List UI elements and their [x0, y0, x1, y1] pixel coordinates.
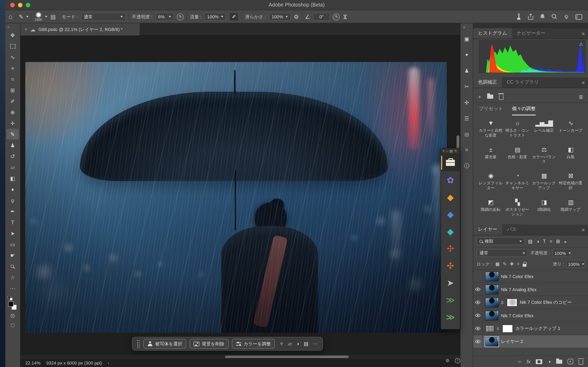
toggle-brush-settings-icon[interactable]: ▤ [50, 14, 56, 20]
blend-mode-select[interactable]: 通常 [81, 13, 126, 21]
adjustment-item-12[interactable]: ⊠特定色域の選択 [557, 172, 584, 195]
collapsed-panel-info[interactable]: ⓘ [462, 161, 472, 170]
collapsed-panel-crop[interactable]: ✂ [462, 82, 472, 91]
discover-lightbulb-icon[interactable] [563, 13, 570, 20]
gear-icon[interactable]: ⚙ [294, 14, 299, 20]
adjustment-item-13[interactable]: ◩階調の反転 [477, 198, 504, 221]
layer-opacity-input[interactable]: 100% [553, 249, 571, 257]
adjustment-item-10[interactable]: ◔チャンネルミキサー [504, 172, 531, 195]
screen-mode-icon[interactable]: □ [11, 322, 14, 328]
tab-cc-libraries[interactable]: CC ライブラリ [502, 77, 544, 88]
panel-menu-icon[interactable]: ≡ [579, 80, 588, 88]
nik-viveza[interactable]: ✣ [441, 240, 460, 257]
collapsed-panel-brushes[interactable]: ✦ [462, 50, 472, 59]
adjustment-item-5[interactable]: ±露光量 [477, 146, 504, 169]
add-layer-mask-icon[interactable] [536, 359, 542, 364]
workspace-icon[interactable] [575, 14, 582, 20]
context-button-3[interactable]: カラーを調整 [232, 339, 275, 349]
default-colors-icon[interactable] [10, 298, 13, 300]
tool-clone-stamp[interactable]: ♟ [7, 140, 19, 150]
nik-minimize-icon[interactable]: – [446, 149, 448, 153]
nik-hdr-efex[interactable]: ✣ [441, 257, 460, 274]
delete-icon[interactable] [499, 95, 503, 100]
adjustment-item-14[interactable]: ▚ポスタリゼーション [504, 198, 531, 221]
collapse-tools-icon[interactable]: » [5, 23, 9, 30]
new-group-folder-icon[interactable] [487, 95, 493, 99]
nik-silver-efex[interactable]: ◆ [441, 223, 460, 240]
share-icon[interactable] [527, 13, 534, 20]
brush-angle-input[interactable]: 0° [313, 13, 330, 21]
subtab-presets[interactable]: プリセット [479, 106, 503, 115]
tool-frame[interactable]: ⊞ [7, 85, 19, 95]
home-icon[interactable]: ⌂ [9, 13, 12, 20]
visibility-toggle[interactable] [473, 283, 483, 296]
collapsed-panel-properties[interactable]: ☰ [462, 114, 472, 123]
tool-rectangular-marquee[interactable] [7, 41, 19, 51]
link-layers-icon[interactable]: ∞ [518, 359, 521, 364]
delete-layer-icon[interactable] [579, 360, 583, 365]
brush-tool-preset-icon[interactable]: ✎ [18, 14, 23, 20]
tool-blur[interactable]: ♦ [7, 184, 19, 194]
tool-lasso[interactable]: ∿ [7, 52, 19, 62]
layer-row[interactable]: ∞Nik 7 Color Efex のコピー [473, 296, 588, 309]
document-tab[interactable]: × ☁ G88.psdc @ 22.1% (レイヤー 2, RGB/8) * [20, 23, 140, 35]
layer-fill-input[interactable]: 100% [566, 260, 585, 268]
nik-color-efex[interactable]: ◆ [441, 188, 460, 206]
chevron-down-icon[interactable] [26, 16, 29, 17]
chevron-down-icon[interactable] [45, 16, 47, 17]
new-adjustment-layer-icon[interactable]: ◑ [548, 359, 551, 364]
tool-remove[interactable]: ✛ [7, 118, 19, 128]
nik-close-icon[interactable]: × [443, 149, 444, 153]
foreground-color-swatch[interactable] [8, 301, 13, 307]
tab-adjustments[interactable]: 色調補正 [473, 77, 502, 88]
layer-blend-mode-select[interactable]: 通常 [476, 249, 528, 257]
adjustments-shortcut-icon[interactable]: ◑ [296, 341, 299, 347]
adjustment-item-8[interactable]: ◧白黒 [557, 146, 584, 169]
adjustment-item-2[interactable]: ☼明るさ・コントラスト [504, 119, 531, 142]
tool-history-brush[interactable]: ↺ [7, 151, 19, 161]
transform-icon[interactable]: ▱ [288, 341, 292, 347]
tool-rectangle-shape[interactable]: ▭ [7, 239, 19, 250]
filter-pixel-layers-icon[interactable]: ▨ [528, 238, 533, 244]
nik-sync-icon[interactable]: ↻ [454, 149, 457, 153]
tool-custom-shape[interactable]: ☆ [7, 272, 19, 283]
adjustment-item-11[interactable]: ▦カラールックアップ [531, 172, 557, 195]
nik-output-sharpener[interactable]: ≫ [441, 291, 460, 308]
pressure-size-icon[interactable]: ✎ [333, 13, 340, 20]
tool-dodge[interactable]: ϙ [7, 195, 19, 206]
list-view-icon[interactable]: ≣ [579, 94, 583, 100]
pressure-opacity-icon[interactable]: ✎ [177, 13, 184, 20]
tool-gradient[interactable]: ◧ [7, 173, 19, 184]
generative-fill-sparkle-icon[interactable]: ✧ [279, 341, 284, 347]
subtab-single-adjustments[interactable]: 個々の調整 [512, 106, 536, 115]
panel-menu-icon[interactable]: ≡ [579, 227, 588, 235]
tool-crop[interactable]: ⌗ [7, 74, 19, 84]
context-button-1[interactable]: 被写体を選択 [143, 339, 186, 349]
tool-hand[interactable]: ☛ [7, 250, 19, 261]
tool-path-selection[interactable]: ➤ [7, 228, 19, 239]
collapsed-panel-swatches[interactable]: ▣ [462, 34, 472, 43]
nik-dfine[interactable]: ✿ [441, 171, 460, 188]
filter-shape-layers-icon[interactable]: ⌗ [550, 238, 553, 244]
lock-artboard-icon[interactable]: ⌗ [517, 261, 519, 267]
help-icon[interactable]: ? [455, 358, 460, 363]
flow-input[interactable]: 100% [204, 13, 226, 21]
tool-eraser[interactable]: ▱ [7, 162, 19, 173]
airbrush-toggle[interactable]: ✐ [229, 12, 239, 21]
paint-symmetry-icon[interactable]: ⋈ [343, 14, 348, 19]
more-options-icon[interactable]: ⋯ [313, 341, 318, 347]
adjustment-item-9[interactable]: ◉レンズフィルター [477, 172, 504, 195]
nik-collection-home[interactable] [441, 154, 460, 171]
tab-paths[interactable]: パス [502, 224, 522, 235]
beta-flask-icon[interactable] [516, 13, 522, 20]
adjustment-item-16[interactable]: ▥階調マップ [557, 198, 584, 221]
filter-type-layers-icon[interactable]: T [543, 238, 546, 244]
context-button-2[interactable]: 背景を削除 [190, 339, 229, 349]
filter-artboards-icon[interactable]: ◒ [564, 238, 567, 244]
horizontal-scrollbar[interactable] [20, 355, 460, 359]
tool-edit-toolbar[interactable]: ⋯ [7, 283, 19, 294]
adjustment-item-15[interactable]: ◨2階調化 [531, 198, 557, 221]
lock-position-icon[interactable]: ✥ [510, 261, 513, 267]
clipping-warning-icon[interactable]: ⚠ [579, 42, 583, 47]
tool-type[interactable]: T [7, 217, 19, 227]
